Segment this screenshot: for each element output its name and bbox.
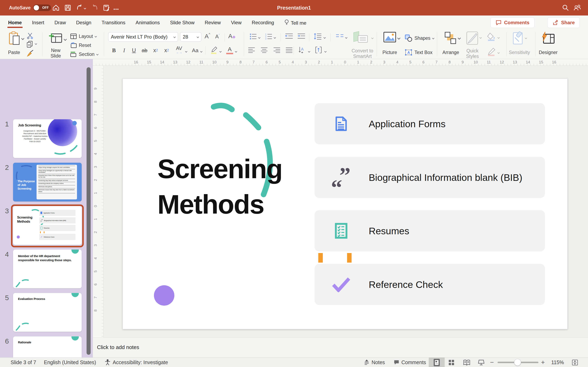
fit-to-window-button[interactable]	[572, 358, 578, 367]
character-spacing-button[interactable]: AV←→	[173, 46, 185, 55]
font-color-chevron-icon[interactable]	[235, 49, 237, 53]
accessibility-status[interactable]: Accessibility: Investigate	[104, 358, 168, 367]
zoom-in-button[interactable]: +	[541, 358, 545, 367]
notes-pane[interactable]: Click to add notes	[93, 337, 588, 358]
font-size-select[interactable]: 28	[180, 32, 201, 42]
slide-counter[interactable]: Slide 3 of 7	[11, 358, 36, 367]
slide-thumbnail-1[interactable]: Job Screening Assignment 3 - MGT2393 -Re…	[13, 119, 82, 158]
list-item-application-forms[interactable]: Application Forms	[315, 103, 545, 144]
section-button[interactable]: Section	[70, 51, 98, 57]
layout-button[interactable]: Layout	[70, 33, 96, 39]
subscript-button[interactable]: x2	[162, 46, 171, 55]
picture-button[interactable]	[383, 32, 396, 42]
comments-toggle[interactable]: Comments	[394, 358, 426, 367]
reset-button[interactable]: Reset	[70, 42, 91, 48]
picture-chevron-icon[interactable]	[398, 36, 400, 40]
bold-button[interactable]: B	[110, 46, 118, 55]
tab-home[interactable]: Home	[8, 16, 22, 29]
paste-chevron-icon[interactable]	[22, 37, 24, 40]
thumbnail-scrollbar[interactable]	[86, 67, 91, 355]
list-item-bib[interactable]: ”“ Biographical Information blank (BIB)	[315, 157, 545, 198]
italic-button[interactable]: I	[121, 46, 128, 55]
columns-chevron-icon[interactable]	[346, 35, 347, 39]
tab-draw[interactable]: Draw	[54, 16, 66, 29]
tab-tell-me[interactable]: Tell me	[284, 16, 307, 30]
align-center-icon[interactable]	[260, 45, 268, 55]
tab-insert[interactable]: Insert	[32, 16, 45, 29]
slide-canvas[interactable]: ScreeningMethods Application Forms ”“ Bi…	[122, 78, 568, 329]
slide-thumbnail-2[interactable]: The Purpose of Job Screening Helps hirin…	[13, 163, 82, 201]
paste-button[interactable]	[8, 31, 20, 46]
superscript-button[interactable]: x2	[151, 46, 160, 55]
copy-chevron-icon[interactable]	[35, 42, 37, 45]
orange-bar-graphic[interactable]	[347, 253, 352, 263]
tab-animations[interactable]: Animations	[135, 16, 160, 29]
align-text-icon[interactable]	[314, 46, 323, 54]
change-case-chevron-icon[interactable]	[200, 49, 202, 53]
cut-icon[interactable]	[26, 32, 34, 39]
slide-editor-canvas[interactable]: ScreeningMethods Application Forms ”“ Bi…	[104, 66, 588, 337]
slide-thumbnail-6[interactable]: Rationale	[13, 336, 82, 358]
notes-placeholder[interactable]: Click to add notes	[97, 344, 139, 350]
tab-design[interactable]: Design	[76, 16, 92, 29]
font-name-select[interactable]: Avenir Next LT Pro (Body)	[108, 32, 178, 42]
text-box-button[interactable]: A Text Box	[405, 49, 432, 56]
new-slide-button[interactable]	[49, 32, 63, 44]
designer-button[interactable]	[541, 31, 555, 45]
format-painter-icon[interactable]	[26, 49, 34, 57]
character-spacing-chevron-icon[interactable]	[185, 49, 187, 53]
orange-bar-graphic[interactable]	[318, 253, 323, 263]
zoom-slider-knob[interactable]	[514, 359, 521, 366]
arrange-button[interactable]	[444, 31, 457, 44]
change-case-button[interactable]: Aa	[190, 46, 200, 55]
align-text-chevron-icon[interactable]	[325, 49, 326, 53]
highlight-color-chevron-icon[interactable]	[220, 49, 221, 53]
slide-sorter-view-button[interactable]	[448, 358, 454, 367]
highlight-color-button[interactable]	[209, 46, 218, 55]
increase-indent-icon[interactable]	[297, 33, 305, 40]
tab-view[interactable]: View	[231, 16, 242, 29]
arrange-chevron-icon[interactable]	[458, 36, 460, 40]
account-icon[interactable]	[573, 4, 581, 11]
language-selector[interactable]: English (United States)	[44, 358, 96, 367]
comments-button[interactable]: Comments	[490, 17, 535, 28]
tab-review[interactable]: Review	[204, 16, 221, 29]
line-spacing-icon[interactable]	[314, 33, 322, 40]
strikethrough-button[interactable]: ab	[140, 46, 149, 55]
slideshow-view-button[interactable]	[478, 358, 485, 367]
increase-font-size-icon[interactable]: A^	[205, 33, 210, 40]
slide-title-textbox[interactable]: ScreeningMethods	[157, 151, 282, 222]
line-spacing-chevron-icon[interactable]	[324, 35, 325, 39]
underline-button[interactable]: U	[130, 46, 138, 55]
purple-circle-graphic[interactable]	[154, 285, 174, 306]
slide-thumbnail-4[interactable]: Member of the HR department responsible …	[13, 250, 82, 288]
text-direction-chevron-icon[interactable]	[308, 49, 310, 53]
tab-slide-show[interactable]: Slide Show	[170, 16, 195, 29]
decrease-font-size-icon[interactable]: Aˇ	[215, 33, 220, 40]
list-item-resumes[interactable]: Resumes	[315, 210, 545, 251]
decrease-indent-icon[interactable]	[285, 33, 293, 40]
normal-view-button[interactable]	[429, 358, 445, 367]
tab-transitions[interactable]: Transitions	[101, 16, 126, 29]
font-color-button[interactable]: A	[226, 46, 233, 54]
list-item-reference-check[interactable]: Reference Check	[315, 264, 545, 305]
tab-recording[interactable]: Recording	[251, 16, 274, 29]
notes-toggle[interactable]: Notes	[364, 358, 385, 367]
zoom-out-button[interactable]: −	[490, 358, 494, 367]
new-slide-chevron-icon[interactable]	[64, 38, 66, 41]
columns-icon[interactable]	[336, 33, 344, 40]
search-icon[interactable]	[562, 4, 569, 11]
numbering-chevron-icon[interactable]	[274, 35, 276, 39]
copy-icon[interactable]	[26, 40, 34, 48]
share-button[interactable]: Share	[547, 17, 580, 28]
slide-thumbnail-5[interactable]: Evaluation Process	[13, 293, 82, 332]
bullets-chevron-icon[interactable]	[259, 35, 260, 39]
clear-formatting-icon[interactable]: A◆	[228, 33, 235, 40]
justify-icon[interactable]	[285, 45, 293, 55]
align-left-icon[interactable]	[248, 45, 255, 55]
reading-view-button[interactable]	[463, 358, 470, 367]
text-direction-icon[interactable]: A	[298, 46, 306, 54]
numbering-icon[interactable]: 123	[265, 33, 272, 40]
shapes-button[interactable]: Shapes	[405, 34, 434, 42]
align-right-icon[interactable]	[273, 45, 281, 55]
